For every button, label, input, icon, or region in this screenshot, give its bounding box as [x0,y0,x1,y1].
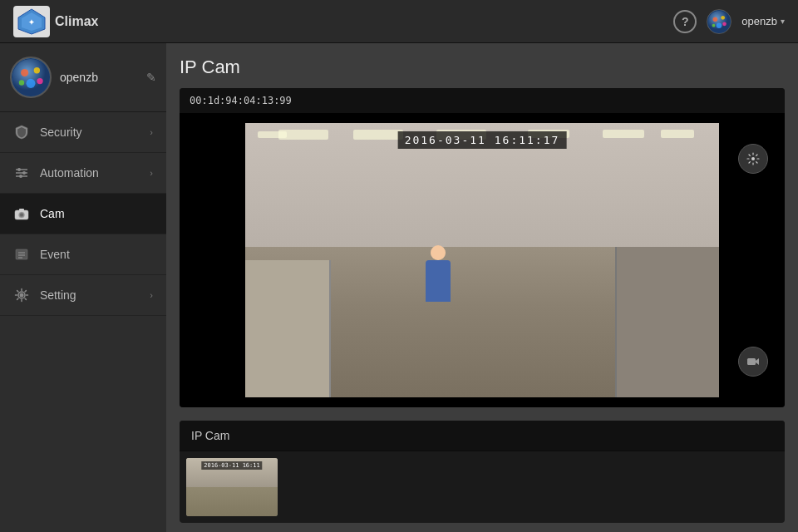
svg-point-5 [708,10,730,32]
svg-point-8 [717,22,722,28]
sidebar-username: openzb [60,71,98,84]
setting-chevron-icon: › [150,290,153,300]
help-button[interactable]: ? [673,10,697,33]
svg-point-9 [712,23,716,27]
svg-point-19 [17,168,21,171]
light-7 [258,131,287,138]
camera-thumbnail[interactable]: 2016-03-11 16:11 [186,458,278,516]
user-avatar [707,9,732,34]
logo-icon: ✦ [13,6,50,37]
sidebar-item-security-label: Security [40,126,82,139]
camera-topbar: 00:1d:94:04:13:99 [180,88,785,113]
automation-chevron-icon: › [150,168,153,178]
svg-rect-35 [747,358,756,365]
camera-timer: 00:1d:94:04:13:99 [190,95,292,106]
security-chevron-icon: › [150,127,153,137]
lower-panel-title: IP Cam [180,421,785,451]
svg-point-17 [37,78,42,84]
username-label: openzb [741,15,777,27]
camera-panel: 00:1d:94:04:13:99 [180,88,785,407]
svg-point-32 [20,293,24,298]
svg-rect-27 [19,209,24,211]
logo-text: Climax [55,14,98,29]
chevron-down-icon: ▾ [781,17,785,26]
sidebar-item-cam-label: Cam [40,207,65,220]
camera-icon [13,205,30,222]
header-right: ? openzb ▾ [673,9,785,34]
camera-feed: 2016-03-11 16:11:17 [245,123,719,397]
sidebar-item-automation[interactable]: Automation › [0,153,166,194]
svg-point-7 [722,16,726,20]
person-silhouette [426,260,451,302]
edit-profile-button[interactable]: ✎ [146,71,156,84]
main-content: IP Cam 00:1d:94:04:13:99 [166,43,798,532]
thumbnail-timestamp: 2016-03-11 16:11 [201,461,262,470]
sidebar-item-cam[interactable]: Cam [0,194,166,234]
sidebar-item-security[interactable]: Security › [0,112,166,153]
svg-point-15 [26,79,35,88]
sidebar-item-event-label: Event [40,248,70,261]
main-layout: openzb ✎ Security › [0,43,798,532]
svg-point-16 [19,80,24,85]
sidebar: openzb ✎ Security › [0,43,166,532]
svg-text:✦: ✦ [28,18,35,27]
svg-point-10 [723,22,727,26]
gear-icon [13,287,30,303]
sliders-icon [13,165,30,181]
light-6 [661,130,694,138]
svg-point-26 [20,214,23,217]
camera-viewport: 2016-03-11 16:11:17 [180,113,785,407]
camera-record-button[interactable] [738,347,768,377]
camera-settings-button[interactable] [738,144,768,174]
list-icon [13,246,30,263]
sidebar-avatar [10,57,52,98]
svg-point-23 [19,175,22,178]
svg-point-21 [22,171,26,175]
sidebar-user-section: openzb ✎ [0,43,166,112]
light-5 [603,130,644,138]
sidebar-item-event[interactable]: Event [0,234,166,275]
sidebar-item-automation-label: Automation [40,166,99,180]
svg-point-14 [34,67,40,73]
lower-panel-content: 2016-03-11 16:11 [180,451,785,523]
light-2 [353,130,403,140]
shield-icon [13,124,30,140]
lower-panel: IP Cam 2016-03-11 16:11 [180,421,785,523]
sidebar-item-setting-label: Setting [40,288,76,302]
logo: ✦ Climax [13,6,98,37]
svg-point-12 [12,59,49,96]
user-menu[interactable]: openzb ▾ [741,15,785,27]
camera-timestamp: 2016-03-11 16:11:17 [398,131,567,149]
sidebar-item-setting[interactable]: Setting › [0,275,166,316]
cubicle-right [615,247,719,398]
svg-point-13 [21,69,28,76]
svg-point-34 [751,157,755,160]
cubicle-left [245,260,331,397]
app-header: ✦ Climax ? [0,0,798,43]
svg-point-6 [713,17,718,22]
camera-controls [738,144,768,377]
page-title: IP Cam [180,57,785,78]
